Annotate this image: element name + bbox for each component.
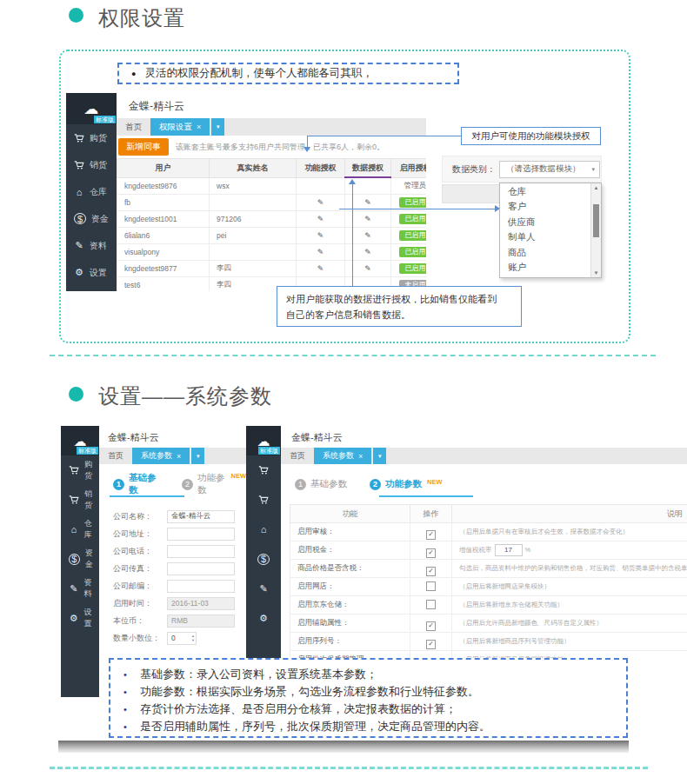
sidebar-item-cart-out[interactable]: 销货 xyxy=(66,151,117,178)
app-logo[interactable]: ☁ 标准版 xyxy=(246,426,281,455)
tab-system-params[interactable]: 系统参数 × xyxy=(314,448,371,464)
tab-function-params[interactable]: 2 功能参数 NEW xyxy=(182,472,246,496)
tax-rate-input[interactable]: 17 xyxy=(495,544,523,556)
scroll-up-icon[interactable]: ▲ xyxy=(591,183,601,192)
field-input[interactable] xyxy=(167,528,235,541)
field-input[interactable]: 金蝶-精斗云 xyxy=(167,510,235,523)
sidebar-item-cart-out[interactable] xyxy=(246,485,281,515)
app-sidebar: ☁ 标准版 购货销货⌂仓库$资金✎资料⚙设置 xyxy=(66,93,117,291)
tab-home[interactable]: 首页 xyxy=(99,448,132,464)
sidebar-item-warehouse[interactable]: ⌂ xyxy=(246,515,281,544)
status-badge[interactable]: 已启用 xyxy=(399,197,427,208)
checkbox[interactable]: ✓ xyxy=(426,567,436,576)
note-text: 基础参数：录入公司资料，设置系统基本参数； xyxy=(140,666,377,683)
sidebar-item-cart[interactable]: 购货 xyxy=(66,124,117,151)
tab-home[interactable]: 首页 xyxy=(281,448,314,464)
field-input[interactable] xyxy=(167,545,235,558)
function-auth-cell[interactable]: ✎ xyxy=(297,195,345,211)
function-auth-cell[interactable]: ✎ xyxy=(297,228,345,244)
checkbox[interactable]: ✓ xyxy=(426,548,436,558)
sidebar-item-settings[interactable]: ⚙设置 xyxy=(66,259,117,286)
sidebar-item-data[interactable]: ✎资料 xyxy=(61,574,99,603)
tab-dropdown[interactable]: ▾ xyxy=(211,118,224,136)
spinner-down-icon[interactable]: ▼ xyxy=(191,638,195,642)
status-cell: 管理员 xyxy=(391,177,427,195)
sidebar-item-data[interactable]: ✎资料 xyxy=(66,232,117,259)
note-item: •是否启用辅助属性，序列号，批次保质期管理，决定商品管理的内容。 xyxy=(110,718,626,735)
tab-dropdown[interactable]: ▾ xyxy=(191,448,204,464)
operation-cell xyxy=(410,578,452,596)
close-icon[interactable]: × xyxy=(177,452,181,461)
field-input[interactable] xyxy=(167,580,235,593)
tab-dropdown[interactable]: ▾ xyxy=(373,448,386,464)
table-row: kngdeetest9876wsx管理员 xyxy=(117,177,427,195)
sidebar-item-cart[interactable]: 购货 xyxy=(61,455,99,485)
operation-cell: ✓ xyxy=(410,541,452,560)
field-input[interactable] xyxy=(167,562,235,575)
function-auth-cell[interactable]: ✎ xyxy=(297,211,345,228)
sidebar-item-funds[interactable]: $ xyxy=(246,544,281,574)
settings-icon: ⚙ xyxy=(74,267,84,278)
step-number: 1 xyxy=(113,479,124,490)
dropdown-option[interactable]: 制单人 xyxy=(500,229,591,244)
function-params-table: 功能操作说明 启用审核：✓（启用后单据只有在审核后才会生效，报表数据才会变化）启… xyxy=(290,504,687,661)
scrollbar-thumb[interactable] xyxy=(593,204,599,237)
tab-basic-params[interactable]: 1 基础参数 xyxy=(295,478,347,490)
field-value: 金蝶-精斗云 xyxy=(171,511,210,522)
sidebar-menu: 购货销货⌂仓库$资金✎资料⚙设置 xyxy=(61,455,99,633)
checkbox[interactable]: ✓ xyxy=(426,640,436,649)
sidebar-item-settings[interactable]: ⚙设置 xyxy=(61,603,99,633)
sidebar-item-warehouse[interactable]: ⌂仓库 xyxy=(61,515,99,544)
sidebar-item-data[interactable]: ✎ xyxy=(246,574,281,603)
tab-home[interactable]: 首页 xyxy=(117,118,150,136)
dropdown-option[interactable]: 客户 xyxy=(500,199,591,214)
sidebar-item-funds[interactable]: $资金 xyxy=(61,544,99,574)
app-logo[interactable]: ☁ 标准版 xyxy=(61,426,99,455)
checkbox[interactable]: ✓ xyxy=(426,621,436,631)
sidebar-item-settings[interactable]: ⚙ xyxy=(246,603,281,633)
scroll-down-icon[interactable]: ▼ xyxy=(591,269,601,277)
close-icon[interactable]: × xyxy=(197,123,201,131)
tab-permission-settings[interactable]: 权限设置 × xyxy=(150,118,210,136)
spinner-control[interactable]: ▲▼ xyxy=(191,633,195,644)
data-module-select[interactable]: （请选择数据模块） ▾ xyxy=(499,161,600,178)
tab-function-params[interactable]: 2 功能参数 NEW xyxy=(370,478,443,490)
tab-system-params[interactable]: 系统参数 × xyxy=(132,448,190,464)
table-row: 6lialan6pei✎✎已启用 xyxy=(117,228,427,244)
function-auth-cell[interactable]: ✎ xyxy=(297,261,345,277)
bullet-icon: ● xyxy=(131,70,136,78)
close-icon[interactable]: × xyxy=(358,452,363,461)
sidebar-item-cart[interactable] xyxy=(246,455,281,485)
dropdown-option[interactable]: 商品 xyxy=(500,245,591,260)
dropdown-option[interactable]: 账户 xyxy=(500,260,591,275)
checkbox[interactable]: ✓ xyxy=(426,530,436,540)
bullet-icon: • xyxy=(110,701,140,718)
column-header: 数据授权 xyxy=(345,159,391,178)
sidebar-item-warehouse[interactable]: ⌂仓库 xyxy=(66,178,117,205)
sidebar-item-cart-out[interactable]: 销货 xyxy=(61,485,99,515)
permission-table: 用户真实姓名功能授权数据授权启用授权 kngdeetest9876wsx管理员f… xyxy=(117,158,426,291)
status-badge[interactable]: 已启用 xyxy=(399,263,427,274)
note-text: 存货计价方法选择、是否启用分仓核算，决定报表数据的计算； xyxy=(140,701,457,718)
app-main: 金蝶-精斗云 首页 系统参数 × ▾ 1 基础参数 2 功能参数 xyxy=(281,426,687,661)
checkbox[interactable] xyxy=(426,581,436,591)
table-header-row: 功能操作说明 xyxy=(290,505,687,523)
status-badge[interactable]: 已启用 xyxy=(399,247,427,257)
sidebar-item-label: 设置 xyxy=(90,267,107,279)
checkbox[interactable] xyxy=(426,600,436,609)
app-logo[interactable]: ☁ 标准版 xyxy=(66,93,117,124)
status-badge[interactable]: 已启用 xyxy=(399,214,427,224)
form-field-row: 公司传真： xyxy=(113,560,246,577)
step-number: 1 xyxy=(295,479,306,490)
add-colleague-button[interactable]: 新增同事 xyxy=(118,138,169,156)
chevron-down-icon: ▾ xyxy=(217,123,220,130)
scrollbar[interactable]: ▲ ▼ xyxy=(590,183,601,277)
field-input[interactable]: 0▲▼ xyxy=(167,632,197,645)
sidebar-item-funds[interactable]: $资金 xyxy=(66,205,117,232)
tab-basic-params[interactable]: 1 基础参数 xyxy=(113,472,159,496)
sidebar-item-label: 仓库 xyxy=(90,186,107,198)
dropdown-option[interactable]: 供应商 xyxy=(500,215,591,229)
function-auth-cell[interactable]: ✎ xyxy=(297,244,345,261)
dropdown-option[interactable]: 仓库 xyxy=(500,184,591,199)
status-badge[interactable]: 已启用 xyxy=(399,230,427,241)
